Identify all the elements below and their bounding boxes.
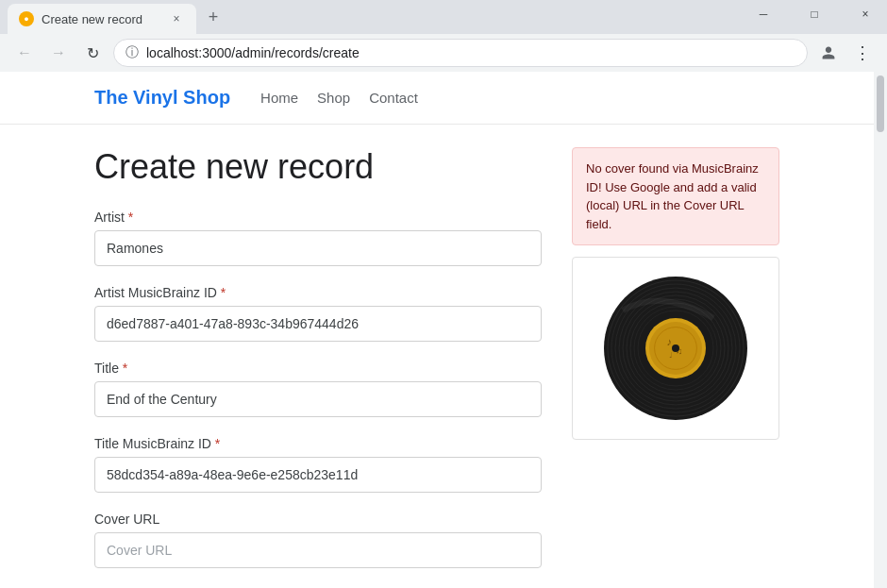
back-button[interactable]: ← (11, 40, 38, 66)
tab-close-button[interactable]: × (168, 10, 185, 27)
maximize-button[interactable]: □ (793, 0, 836, 28)
address-bar[interactable]: ⓘ localhost:3000/admin/records/create (113, 39, 808, 67)
title-mbid-input[interactable] (94, 457, 542, 493)
title-mbid-label: Title MusicBrainz ID * (94, 436, 542, 451)
cover-url-field-group: Cover URL (94, 512, 542, 568)
artist-field-group: Artist * (94, 210, 542, 266)
svg-text:♩: ♩ (669, 351, 673, 360)
tab-title: Create new record (42, 12, 160, 26)
cover-url-input[interactable] (94, 532, 542, 568)
title-field-group: Title * (94, 361, 542, 417)
refresh-button[interactable]: ↻ (79, 40, 106, 66)
vinyl-record-image: ♪ ♫ ♩ (600, 273, 751, 424)
new-tab-button[interactable]: + (200, 4, 226, 30)
error-message: No cover found via MusicBrainz ID! Use G… (572, 147, 779, 245)
nav-shop[interactable]: Shop (317, 90, 350, 106)
scrollbar-track[interactable] (874, 72, 887, 588)
forward-button[interactable]: → (45, 40, 72, 66)
url-text: localhost:3000/admin/records/create (146, 45, 795, 60)
artist-label: Artist * (94, 210, 542, 225)
right-panel: No cover found via MusicBrainz ID! Use G… (572, 147, 779, 587)
nav-contact[interactable]: Contact (369, 90, 418, 106)
profile-button[interactable] (815, 40, 842, 66)
svg-text:♪: ♪ (666, 336, 672, 347)
minimize-button[interactable]: ─ (742, 0, 785, 28)
window-close-button[interactable]: × (844, 0, 887, 28)
svg-point-16 (672, 344, 679, 352)
site-nav: Home Shop Contact (260, 90, 418, 106)
title-label: Title * (94, 361, 542, 376)
site-logo: The Vinyl Shop (94, 87, 230, 109)
artist-mbid-label: Artist MusicBrainz ID * (94, 285, 542, 300)
browser-menu-button[interactable]: ⋮ (849, 40, 876, 66)
artist-mbid-field-group: Artist MusicBrainz ID * (94, 285, 542, 342)
title-mbid-field-group: Title MusicBrainz ID * (94, 436, 542, 493)
vinyl-cover-preview: ♪ ♫ ♩ (572, 257, 779, 440)
create-record-form: Create new record Artist * Artist MusicB… (94, 147, 542, 587)
scrollbar-thumb[interactable] (877, 76, 884, 132)
tab-favicon: ● (19, 11, 34, 26)
page-title: Create new record (94, 147, 542, 187)
security-icon: ⓘ (126, 44, 139, 61)
artist-mbid-input[interactable] (94, 306, 542, 342)
artist-input[interactable] (94, 230, 542, 266)
browser-tab[interactable]: ● Create new record × (8, 4, 196, 34)
cover-url-label: Cover URL (94, 512, 542, 527)
nav-home[interactable]: Home (260, 90, 298, 106)
title-input[interactable] (94, 381, 542, 417)
